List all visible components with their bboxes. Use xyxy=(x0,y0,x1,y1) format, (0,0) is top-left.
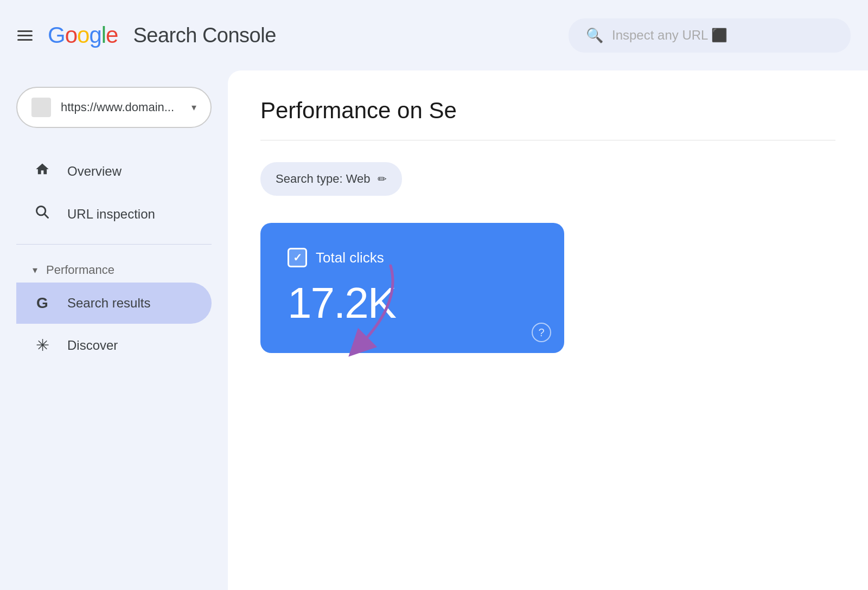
menu-button[interactable] xyxy=(17,30,33,41)
total-clicks-title: Total clicks xyxy=(316,249,384,266)
logo-g2: g xyxy=(89,22,101,48)
search-type-filter[interactable]: Search type: Web ✏ xyxy=(260,162,402,196)
discover-label: Discover xyxy=(67,338,118,353)
performance-chevron-icon: ▾ xyxy=(33,264,37,276)
checkmark-icon: ✓ xyxy=(293,251,302,264)
panel-title: Performance on Se xyxy=(260,98,835,124)
performance-section-header[interactable]: ▾ Performance xyxy=(16,253,228,283)
app-title: Search Console xyxy=(133,24,276,47)
search-icon: 🔍 xyxy=(586,27,603,44)
logo-o2: o xyxy=(77,22,89,48)
sidebar-item-discover[interactable]: ✳ Discover xyxy=(16,324,212,367)
sidebar: https://www.domain... ▾ Overview URL ins… xyxy=(0,70,228,590)
discover-icon: ✳ xyxy=(33,336,52,355)
header: Google Search Console 🔍 Inspect any URL … xyxy=(0,0,868,70)
edit-icon: ✏ xyxy=(378,172,387,185)
logo-l: l xyxy=(101,22,106,48)
right-panel: Performance on Se Search type: Web ✏ ✓ T… xyxy=(228,70,868,590)
sidebar-item-url-inspection[interactable]: URL inspection xyxy=(16,193,212,235)
google-g-icon: G xyxy=(33,294,52,312)
panel-divider xyxy=(260,140,835,140)
main-content: https://www.domain... ▾ Overview URL ins… xyxy=(0,70,868,590)
search-type-label: Search type: Web xyxy=(276,172,370,186)
domain-text: https://www.domain... xyxy=(61,100,182,114)
header-right: 🔍 Inspect any URL ⬛ xyxy=(569,18,851,53)
overview-label: Overview xyxy=(67,164,122,179)
stats-card-header: ✓ Total clicks xyxy=(288,248,537,267)
search-nav-icon xyxy=(33,204,52,223)
checkbox-icon: ✓ xyxy=(288,248,307,267)
logo-e: e xyxy=(106,22,118,48)
home-icon xyxy=(33,162,52,181)
performance-section-label: Performance xyxy=(46,263,114,277)
nav-divider xyxy=(16,244,212,245)
total-clicks-value: 17.2K xyxy=(288,278,537,328)
search-results-label: Search results xyxy=(67,296,150,311)
domain-favicon xyxy=(31,98,51,117)
header-left: Google Search Console xyxy=(17,22,556,48)
search-placeholder: Inspect any URL ⬛ xyxy=(612,28,727,43)
svg-line-1 xyxy=(44,214,48,217)
google-logo: Google xyxy=(48,22,118,48)
sidebar-item-overview[interactable]: Overview xyxy=(16,150,212,193)
total-clicks-card: ✓ Total clicks 17.2K ? xyxy=(260,223,564,353)
domain-chevron-icon: ▾ xyxy=(192,101,196,113)
filter-row: Search type: Web ✏ xyxy=(260,162,835,196)
domain-selector[interactable]: https://www.domain... ▾ xyxy=(16,87,212,128)
url-inspection-label: URL inspection xyxy=(67,207,155,222)
url-inspect-search[interactable]: 🔍 Inspect any URL ⬛ xyxy=(569,18,851,53)
sidebar-item-search-results[interactable]: G Search results xyxy=(16,283,212,324)
logo-o1: o xyxy=(65,22,77,48)
help-icon[interactable]: ? xyxy=(532,323,551,342)
logo-g: G xyxy=(48,22,65,48)
